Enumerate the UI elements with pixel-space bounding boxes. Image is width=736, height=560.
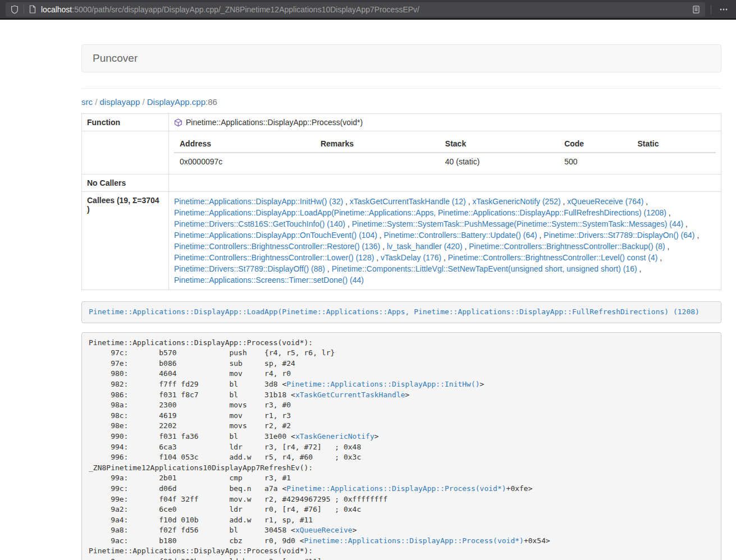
col-header-static: Static	[632, 135, 716, 153]
disasm-symbol-link[interactable]: Pinetime::Applications::DisplayApp::Proc…	[286, 484, 506, 493]
callee-link[interactable]: Pinetime::Drivers::St7789::DisplayOff() …	[174, 264, 325, 273]
breadcrumb-link[interactable]: displayapp	[100, 97, 140, 107]
callees-list: Pinetime::Applications::DisplayApp::Init…	[169, 192, 721, 290]
page-content: Puncover src / displayapp / DisplayApp.c…	[81, 44, 721, 560]
callee-separator: ,	[657, 253, 662, 262]
address-value: 0x0000097c	[174, 153, 315, 170]
disasm-symbol-link[interactable]: xTaskGetCurrentTaskHandle	[295, 391, 405, 399]
breadcrumb-link[interactable]: src	[81, 97, 93, 107]
callee-separator: ,	[695, 231, 700, 240]
divider	[81, 88, 721, 89]
callee-link[interactable]: Pinetime::Controllers::BrightnessControl…	[469, 242, 665, 251]
callee-separator: ,	[325, 264, 332, 273]
callee-link[interactable]: Pinetime::Components::LittleVgl::SetNewT…	[332, 264, 637, 273]
disasm-symbol-link[interactable]: xQueueReceive	[295, 526, 353, 534]
navbar: Puncover	[81, 44, 721, 72]
code-value: 500	[559, 153, 632, 170]
callee-separator: ,	[377, 231, 384, 240]
cube-icon	[174, 118, 182, 127]
callee-link[interactable]: Pinetime::Drivers::Cst816S::GetTouchInfo…	[174, 219, 345, 228]
breadcrumb-line-number: :86	[205, 97, 217, 107]
callee-separator: ,	[374, 253, 381, 262]
details-table: Address Remarks Stack Code Static 0x0000…	[174, 135, 716, 170]
app-brand[interactable]: Puncover	[82, 53, 138, 64]
callee-separator: ,	[665, 242, 670, 251]
table-row-callees: Callees (19, Σ=3704 ) Pinetime::Applicat…	[82, 192, 721, 290]
url-path: :5000/path/src/displayapp/DisplayApp.cpp…	[72, 5, 419, 14]
callee-separator: ,	[561, 197, 568, 206]
callee-link[interactable]: xTaskGenericNotify (252)	[472, 197, 560, 206]
callee-separator: ,	[683, 219, 688, 228]
callee-link[interactable]: lv_task_handler (420)	[387, 242, 463, 251]
callee-link[interactable]: Pinetime::Controllers::BrightnessControl…	[174, 242, 380, 251]
callee-link[interactable]: Pinetime::Applications::DisplayApp::Load…	[174, 208, 666, 217]
remarks-value	[315, 153, 440, 170]
callers-label: No Callers	[82, 175, 169, 192]
overflow-menu-icon[interactable]	[717, 5, 730, 14]
callee-link[interactable]: Pinetime::Applications::Screens::Timer::…	[174, 276, 364, 284]
toolbar-divider	[711, 5, 711, 14]
callee-link[interactable]: Pinetime::Controllers::BrightnessControl…	[448, 253, 657, 262]
url-host: localhost	[41, 5, 72, 14]
breadcrumb-separator: /	[93, 97, 100, 107]
col-header-remarks: Remarks	[315, 135, 440, 153]
url-bar[interactable]: localhost:5000/path/src/displayapp/Displ…	[6, 2, 705, 17]
loadapp-code-box: Pinetime::Applications::DisplayApp::Load…	[81, 301, 721, 323]
callee-separator: ,	[643, 197, 648, 206]
page-icon[interactable]	[29, 5, 36, 13]
details-value-row: 0x0000097c 40 (static) 500	[174, 153, 716, 170]
table-row-details: Address Remarks Stack Code Static 0x0000…	[82, 131, 721, 175]
callee-link[interactable]: xQueueReceive (764)	[567, 197, 643, 206]
table-row-callers: No Callers	[82, 175, 721, 192]
breadcrumb-separator: /	[140, 97, 147, 107]
static-value	[632, 153, 716, 170]
callee-link[interactable]: vTaskDelay (176)	[381, 253, 441, 262]
col-header-stack: Stack	[440, 135, 559, 153]
callee-separator: ,	[380, 242, 387, 251]
url-bar-divider	[24, 5, 24, 14]
callee-separator: ,	[345, 219, 352, 228]
callee-separator: ,	[441, 253, 448, 262]
callee-separator: ,	[637, 264, 642, 273]
callee-link[interactable]: Pinetime::Applications::DisplayApp::Init…	[174, 197, 343, 206]
callee-link[interactable]: Pinetime::Controllers::BrightnessControl…	[174, 253, 374, 262]
callee-link[interactable]: xTaskGetCurrentTaskHandle (12)	[350, 197, 466, 206]
callee-separator: ,	[537, 231, 544, 240]
callee-link[interactable]: Pinetime::Controllers::Battery::Update()…	[384, 231, 537, 240]
function-name: Pinetime::Applications::DisplayApp::Proc…	[186, 118, 363, 127]
disasm-symbol-link[interactable]: Pinetime::Applications::DisplayApp::Init…	[286, 380, 479, 388]
callee-link[interactable]: Pinetime::Applications::DisplayApp::OnTo…	[174, 231, 377, 240]
table-row-function: Function Pinetime::Applications::Display…	[82, 114, 721, 131]
stack-value: 40 (static)	[440, 153, 559, 170]
callee-link[interactable]: Pinetime::Drivers::St7789::DisplayOn() (…	[543, 231, 694, 240]
callee-separator: ,	[463, 242, 469, 251]
disasm-symbol-link[interactable]: xTaskGenericNotify	[295, 432, 374, 440]
breadcrumb-link[interactable]: DisplayApp.cpp	[147, 97, 205, 107]
browser-toolbar: localhost:5000/path/src/displayapp/Displ…	[0, 0, 736, 20]
function-label: Function	[82, 114, 169, 131]
loadapp-link[interactable]: Pinetime::Applications::DisplayApp::Load…	[89, 307, 700, 316]
callee-link[interactable]: Pinetime::System::SystemTask::PushMessag…	[352, 219, 684, 228]
shield-icon[interactable]	[10, 5, 19, 14]
callee-separator: ,	[343, 197, 350, 206]
disasm-symbol-link[interactable]: Pinetime::Applications::DisplayApp::Proc…	[304, 536, 524, 545]
breadcrumb: src / displayapp / DisplayApp.cpp:86	[81, 97, 721, 107]
disassembly-box: Pinetime::Applications::DisplayApp::Proc…	[81, 332, 721, 560]
callee-separator: ,	[466, 197, 473, 206]
callees-label: Callees (19, Σ=3704 )	[82, 192, 169, 290]
symbol-table: Function Pinetime::Applications::Display…	[81, 113, 721, 290]
details-header-row: Address Remarks Stack Code Static	[174, 135, 716, 153]
col-header-code: Code	[559, 135, 632, 153]
reader-view-icon[interactable]	[692, 5, 701, 14]
callee-separator: ,	[666, 208, 671, 217]
col-header-address: Address	[174, 135, 315, 153]
url-text[interactable]: localhost:5000/path/src/displayapp/Displ…	[41, 5, 687, 14]
